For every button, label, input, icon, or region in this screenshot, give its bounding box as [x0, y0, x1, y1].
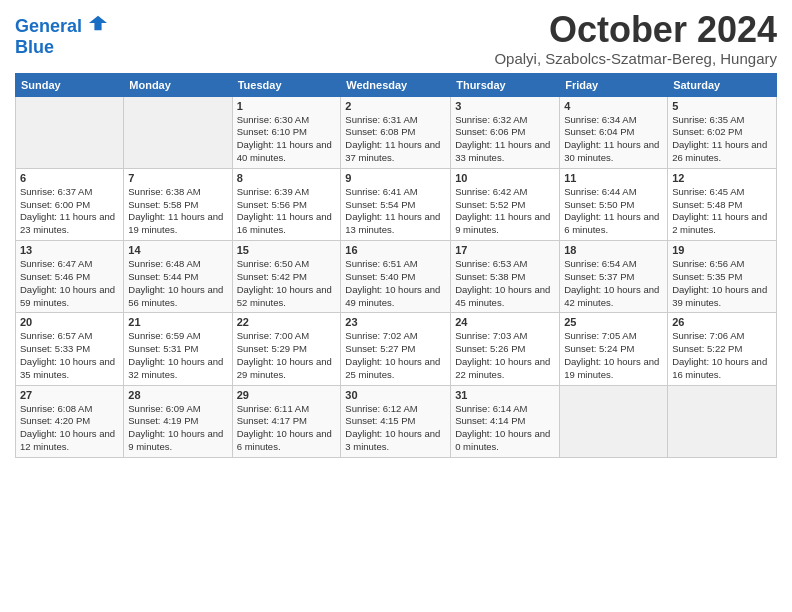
day-info: Sunrise: 7:03 AM Sunset: 5:26 PM Dayligh…: [455, 330, 555, 381]
day-number: 6: [20, 172, 119, 184]
day-number: 1: [237, 100, 337, 112]
day-cell: 6Sunrise: 6:37 AM Sunset: 6:00 PM Daylig…: [16, 168, 124, 240]
day-info: Sunrise: 6:59 AM Sunset: 5:31 PM Dayligh…: [128, 330, 227, 381]
day-number: 11: [564, 172, 663, 184]
day-cell: 20Sunrise: 6:57 AM Sunset: 5:33 PM Dayli…: [16, 313, 124, 385]
day-info: Sunrise: 6:32 AM Sunset: 6:06 PM Dayligh…: [455, 114, 555, 165]
logo: General Blue: [15, 14, 107, 58]
day-info: Sunrise: 6:39 AM Sunset: 5:56 PM Dayligh…: [237, 186, 337, 237]
logo-blue: Blue: [15, 37, 107, 58]
day-cell: 21Sunrise: 6:59 AM Sunset: 5:31 PM Dayli…: [124, 313, 232, 385]
day-info: Sunrise: 6:30 AM Sunset: 6:10 PM Dayligh…: [237, 114, 337, 165]
day-info: Sunrise: 6:09 AM Sunset: 4:19 PM Dayligh…: [128, 403, 227, 454]
day-cell: 9Sunrise: 6:41 AM Sunset: 5:54 PM Daylig…: [341, 168, 451, 240]
day-cell: 2Sunrise: 6:31 AM Sunset: 6:08 PM Daylig…: [341, 96, 451, 168]
day-cell: 27Sunrise: 6:08 AM Sunset: 4:20 PM Dayli…: [16, 385, 124, 457]
day-info: Sunrise: 6:51 AM Sunset: 5:40 PM Dayligh…: [345, 258, 446, 309]
day-info: Sunrise: 6:34 AM Sunset: 6:04 PM Dayligh…: [564, 114, 663, 165]
day-cell: 4Sunrise: 6:34 AM Sunset: 6:04 PM Daylig…: [560, 96, 668, 168]
col-header-monday: Monday: [124, 73, 232, 96]
day-cell: 30Sunrise: 6:12 AM Sunset: 4:15 PM Dayli…: [341, 385, 451, 457]
week-row-5: 27Sunrise: 6:08 AM Sunset: 4:20 PM Dayli…: [16, 385, 777, 457]
day-info: Sunrise: 6:45 AM Sunset: 5:48 PM Dayligh…: [672, 186, 772, 237]
day-number: 8: [237, 172, 337, 184]
svg-marker-0: [89, 16, 107, 30]
day-info: Sunrise: 6:53 AM Sunset: 5:38 PM Dayligh…: [455, 258, 555, 309]
day-info: Sunrise: 6:35 AM Sunset: 6:02 PM Dayligh…: [672, 114, 772, 165]
day-number: 26: [672, 316, 772, 328]
calendar-header-row: SundayMondayTuesdayWednesdayThursdayFrid…: [16, 73, 777, 96]
day-cell: 25Sunrise: 7:05 AM Sunset: 5:24 PM Dayli…: [560, 313, 668, 385]
day-number: 14: [128, 244, 227, 256]
day-cell: 19Sunrise: 6:56 AM Sunset: 5:35 PM Dayli…: [668, 241, 777, 313]
day-info: Sunrise: 6:08 AM Sunset: 4:20 PM Dayligh…: [20, 403, 119, 454]
day-info: Sunrise: 7:02 AM Sunset: 5:27 PM Dayligh…: [345, 330, 446, 381]
day-number: 10: [455, 172, 555, 184]
day-number: 3: [455, 100, 555, 112]
day-number: 7: [128, 172, 227, 184]
day-cell: [124, 96, 232, 168]
col-header-sunday: Sunday: [16, 73, 124, 96]
calendar-table: SundayMondayTuesdayWednesdayThursdayFrid…: [15, 73, 777, 458]
day-number: 4: [564, 100, 663, 112]
logo-text: General: [15, 14, 107, 37]
day-number: 13: [20, 244, 119, 256]
day-number: 17: [455, 244, 555, 256]
day-info: Sunrise: 6:56 AM Sunset: 5:35 PM Dayligh…: [672, 258, 772, 309]
day-info: Sunrise: 7:00 AM Sunset: 5:29 PM Dayligh…: [237, 330, 337, 381]
week-row-3: 13Sunrise: 6:47 AM Sunset: 5:46 PM Dayli…: [16, 241, 777, 313]
col-header-saturday: Saturday: [668, 73, 777, 96]
day-number: 30: [345, 389, 446, 401]
col-header-wednesday: Wednesday: [341, 73, 451, 96]
logo-bird-icon: [89, 14, 107, 32]
day-cell: 24Sunrise: 7:03 AM Sunset: 5:26 PM Dayli…: [451, 313, 560, 385]
location-title: Opalyi, Szabolcs-Szatmar-Bereg, Hungary: [494, 50, 777, 67]
week-row-1: 1Sunrise: 6:30 AM Sunset: 6:10 PM Daylig…: [16, 96, 777, 168]
day-number: 21: [128, 316, 227, 328]
day-number: 19: [672, 244, 772, 256]
day-cell: 3Sunrise: 6:32 AM Sunset: 6:06 PM Daylig…: [451, 96, 560, 168]
title-area: October 2024 Opalyi, Szabolcs-Szatmar-Be…: [494, 10, 777, 67]
day-info: Sunrise: 6:37 AM Sunset: 6:00 PM Dayligh…: [20, 186, 119, 237]
day-number: 23: [345, 316, 446, 328]
day-number: 27: [20, 389, 119, 401]
day-info: Sunrise: 6:50 AM Sunset: 5:42 PM Dayligh…: [237, 258, 337, 309]
col-header-thursday: Thursday: [451, 73, 560, 96]
day-info: Sunrise: 7:06 AM Sunset: 5:22 PM Dayligh…: [672, 330, 772, 381]
col-header-friday: Friday: [560, 73, 668, 96]
day-cell: 23Sunrise: 7:02 AM Sunset: 5:27 PM Dayli…: [341, 313, 451, 385]
day-info: Sunrise: 6:44 AM Sunset: 5:50 PM Dayligh…: [564, 186, 663, 237]
day-number: 29: [237, 389, 337, 401]
day-info: Sunrise: 6:48 AM Sunset: 5:44 PM Dayligh…: [128, 258, 227, 309]
day-number: 22: [237, 316, 337, 328]
day-cell: 28Sunrise: 6:09 AM Sunset: 4:19 PM Dayli…: [124, 385, 232, 457]
day-number: 28: [128, 389, 227, 401]
day-cell: 12Sunrise: 6:45 AM Sunset: 5:48 PM Dayli…: [668, 168, 777, 240]
week-row-2: 6Sunrise: 6:37 AM Sunset: 6:00 PM Daylig…: [16, 168, 777, 240]
day-cell: 7Sunrise: 6:38 AM Sunset: 5:58 PM Daylig…: [124, 168, 232, 240]
day-info: Sunrise: 6:31 AM Sunset: 6:08 PM Dayligh…: [345, 114, 446, 165]
month-title: October 2024: [494, 10, 777, 50]
day-number: 2: [345, 100, 446, 112]
day-info: Sunrise: 6:12 AM Sunset: 4:15 PM Dayligh…: [345, 403, 446, 454]
day-cell: 16Sunrise: 6:51 AM Sunset: 5:40 PM Dayli…: [341, 241, 451, 313]
day-cell: 11Sunrise: 6:44 AM Sunset: 5:50 PM Dayli…: [560, 168, 668, 240]
day-number: 12: [672, 172, 772, 184]
day-cell: 17Sunrise: 6:53 AM Sunset: 5:38 PM Dayli…: [451, 241, 560, 313]
day-cell: 5Sunrise: 6:35 AM Sunset: 6:02 PM Daylig…: [668, 96, 777, 168]
day-number: 18: [564, 244, 663, 256]
day-number: 9: [345, 172, 446, 184]
day-info: Sunrise: 6:42 AM Sunset: 5:52 PM Dayligh…: [455, 186, 555, 237]
day-number: 5: [672, 100, 772, 112]
day-cell: 1Sunrise: 6:30 AM Sunset: 6:10 PM Daylig…: [232, 96, 341, 168]
day-number: 15: [237, 244, 337, 256]
day-info: Sunrise: 6:38 AM Sunset: 5:58 PM Dayligh…: [128, 186, 227, 237]
day-number: 31: [455, 389, 555, 401]
col-header-tuesday: Tuesday: [232, 73, 341, 96]
day-cell: 8Sunrise: 6:39 AM Sunset: 5:56 PM Daylig…: [232, 168, 341, 240]
day-info: Sunrise: 6:41 AM Sunset: 5:54 PM Dayligh…: [345, 186, 446, 237]
header: General Blue October 2024 Opalyi, Szabol…: [15, 10, 777, 67]
day-info: Sunrise: 6:47 AM Sunset: 5:46 PM Dayligh…: [20, 258, 119, 309]
day-info: Sunrise: 7:05 AM Sunset: 5:24 PM Dayligh…: [564, 330, 663, 381]
day-info: Sunrise: 6:11 AM Sunset: 4:17 PM Dayligh…: [237, 403, 337, 454]
